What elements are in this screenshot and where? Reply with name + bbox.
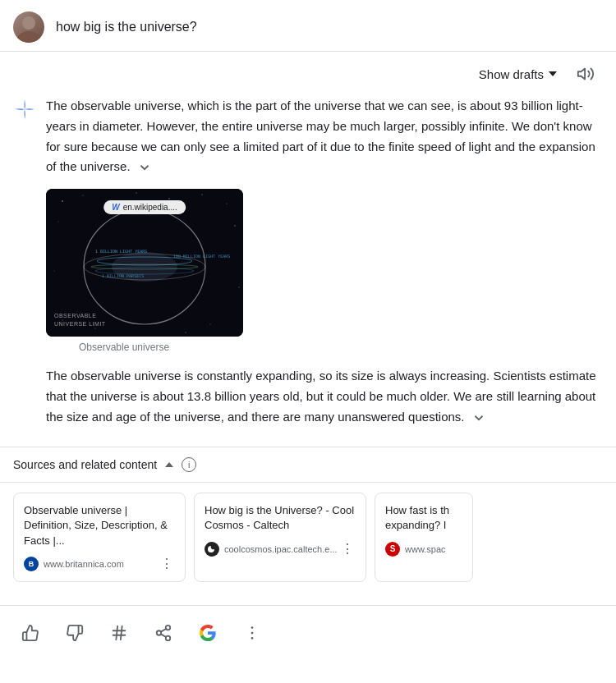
svg-point-14 bbox=[238, 286, 239, 287]
chevron-down-p2-icon bbox=[471, 410, 486, 425]
source-card-britannica[interactable]: Observable universe | Definition, Size, … bbox=[13, 493, 186, 582]
britannica-url: www.britannica.com bbox=[44, 559, 124, 569]
svg-point-7 bbox=[136, 193, 137, 194]
p2-content: The observable universe is constantly ex… bbox=[46, 369, 596, 424]
svg-point-39 bbox=[251, 637, 254, 639]
bottom-actions-bar bbox=[0, 605, 616, 660]
info-circle-icon[interactable]: i bbox=[182, 457, 196, 472]
wikipedia-w-icon: W bbox=[112, 203, 119, 212]
source-card-footer-space: S www.spac bbox=[385, 542, 462, 557]
svg-marker-2 bbox=[578, 69, 585, 80]
space-url: www.spac bbox=[405, 544, 446, 554]
query-text: how big is the universe? bbox=[56, 20, 197, 34]
thumbs-down-icon bbox=[66, 624, 84, 642]
hashtag-icon bbox=[110, 624, 128, 642]
expand-p1[interactable] bbox=[137, 160, 152, 175]
google-search-button[interactable] bbox=[194, 619, 222, 647]
sources-title: Sources and related content bbox=[13, 458, 157, 471]
ai-paragraph-1: The observable universe, which is the pa… bbox=[46, 96, 603, 177]
content-area: The observable universe, which is the pa… bbox=[0, 96, 616, 427]
coolcosmos-more-button[interactable]: ⋮ bbox=[339, 543, 356, 556]
avatar bbox=[13, 11, 44, 43]
gemini-star-icon bbox=[13, 98, 36, 121]
svg-point-38 bbox=[251, 631, 254, 634]
svg-point-0 bbox=[22, 16, 35, 30]
wikipedia-label: en.wikipedia.... bbox=[123, 203, 177, 212]
coolcosmos-url: coolcosmos.ipac.caltech.e... bbox=[224, 544, 338, 554]
feedback-button[interactable] bbox=[105, 619, 133, 647]
svg-line-30 bbox=[116, 626, 117, 640]
source-card-footer-coolcosmos: coolcosmos.ipac.caltech.e... ⋮ bbox=[205, 542, 356, 557]
observable-universe-limit-label: OBSERVABLE UNIVERSE LIMIT bbox=[54, 312, 106, 328]
speaker-button[interactable] bbox=[572, 60, 600, 88]
svg-point-11 bbox=[57, 221, 58, 222]
svg-point-37 bbox=[251, 626, 254, 629]
image-caption: Observable universe bbox=[79, 342, 243, 353]
google-g-icon bbox=[199, 624, 217, 642]
paragraph1-text: The observable universe, which is the pa… bbox=[46, 99, 595, 173]
svg-point-9 bbox=[201, 194, 202, 195]
ai-second-paragraph: The observable universe is constantly ex… bbox=[46, 366, 603, 427]
chevron-down-small-icon bbox=[137, 160, 152, 175]
britannica-more-button[interactable]: ⋮ bbox=[159, 557, 175, 571]
svg-point-1 bbox=[17, 31, 40, 43]
svg-text:1 BILLION LIGHT YEARS: 1 BILLION LIGHT YEARS bbox=[95, 249, 147, 254]
svg-text:1 BILLION PARSECS: 1 BILLION PARSECS bbox=[102, 273, 144, 278]
svg-point-4 bbox=[62, 200, 63, 202]
svg-point-16 bbox=[209, 323, 210, 324]
header: how big is the universe? bbox=[0, 0, 616, 52]
bottom-label-line2: UNIVERSE LIMIT bbox=[54, 320, 106, 328]
thumbs-down-button[interactable] bbox=[61, 619, 89, 647]
avatar-image bbox=[13, 11, 44, 43]
source-card-footer-britannica: B www.britannica.com ⋮ bbox=[24, 557, 175, 571]
svg-line-31 bbox=[121, 626, 122, 640]
source-card-title-britannica: Observable universe | Definition, Size, … bbox=[24, 503, 175, 548]
britannica-icon: B bbox=[24, 557, 39, 571]
show-drafts-label: Show drafts bbox=[479, 67, 544, 81]
source-card-coolcosmos[interactable]: How big is the Universe? - Cool Cosmos -… bbox=[194, 493, 366, 582]
toolbar: Show drafts bbox=[0, 52, 616, 96]
bottom-label-line1: OBSERVABLE bbox=[54, 312, 106, 320]
chevron-down-icon bbox=[549, 71, 557, 76]
universe-image-container: 1 BILLION LIGHT YEARS 100 MILLION LIGHT … bbox=[46, 189, 243, 353]
space-icon: S bbox=[385, 542, 400, 557]
coolcosmos-icon bbox=[205, 542, 219, 557]
svg-point-13 bbox=[54, 271, 55, 272]
source-card-title-space: How fast is th expanding? I bbox=[385, 503, 462, 533]
svg-point-5 bbox=[82, 195, 83, 195]
svg-point-18 bbox=[185, 332, 186, 333]
svg-point-10 bbox=[227, 204, 228, 204]
svg-text:100 MILLION LIGHT YEARS: 100 MILLION LIGHT YEARS bbox=[173, 254, 230, 259]
svg-point-12 bbox=[234, 225, 235, 226]
show-drafts-button[interactable]: Show drafts bbox=[472, 62, 563, 86]
sources-header: Sources and related content i bbox=[0, 447, 616, 483]
source-card-title-coolcosmos: How big is the Universe? - Cool Cosmos -… bbox=[205, 503, 356, 533]
source-url-row-space: S www.spac bbox=[385, 542, 446, 557]
wikipedia-pill[interactable]: W en.wikipedia.... bbox=[103, 200, 186, 214]
source-card-space[interactable]: How fast is th expanding? I S www.spac bbox=[375, 493, 473, 582]
svg-point-8 bbox=[168, 198, 170, 199]
universe-image[interactable]: 1 BILLION LIGHT YEARS 100 MILLION LIGHT … bbox=[46, 189, 243, 337]
more-dots-icon bbox=[243, 624, 261, 642]
svg-line-35 bbox=[161, 634, 166, 637]
source-url-row-coolcosmos: coolcosmos.ipac.caltech.e... bbox=[205, 542, 338, 557]
source-cards-container: Observable universe | Definition, Size, … bbox=[0, 483, 616, 592]
source-url-row-britannica: B www.britannica.com bbox=[24, 557, 124, 571]
svg-line-36 bbox=[161, 629, 166, 632]
speaker-icon bbox=[577, 65, 595, 83]
chevron-up-icon bbox=[165, 462, 173, 467]
expand-p2[interactable] bbox=[471, 410, 486, 425]
share-icon bbox=[154, 624, 172, 642]
ai-first-paragraph-row: The observable universe, which is the pa… bbox=[13, 96, 603, 177]
share-button[interactable] bbox=[149, 619, 177, 647]
thumbs-up-icon bbox=[21, 624, 39, 642]
paragraph2-text: The observable universe is constantly ex… bbox=[46, 366, 603, 427]
thumbs-up-button[interactable] bbox=[16, 619, 44, 647]
more-options-button[interactable] bbox=[238, 619, 266, 647]
sources-section: Sources and related content i Observable… bbox=[0, 447, 616, 592]
